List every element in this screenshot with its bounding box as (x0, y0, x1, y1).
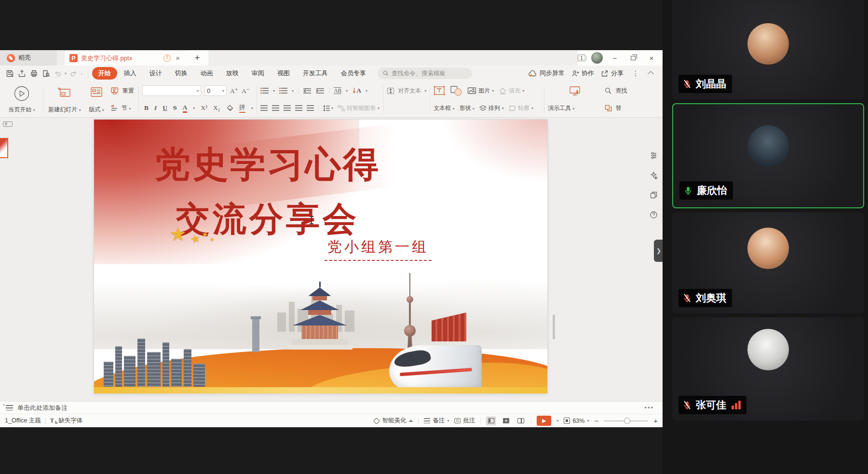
normal-view-button[interactable] (486, 417, 496, 425)
menu-tab-home[interactable]: 开始 (92, 67, 117, 80)
grow-font-button[interactable]: A⁺ (230, 87, 238, 95)
menu-tab-view[interactable]: 视图 (271, 67, 296, 80)
notes-more-icon[interactable]: ••• (644, 404, 657, 411)
close-window-button[interactable]: × (645, 54, 658, 62)
clear-format-icon[interactable] (226, 105, 233, 111)
participant-tile-speaking[interactable]: 廉欣怡 (672, 103, 864, 208)
numbered-list-icon[interactable] (279, 88, 287, 94)
menu-tab-insert[interactable]: 插入 (118, 67, 143, 80)
menu-tab-membership[interactable]: 会员专享 (335, 67, 372, 80)
align-center-icon[interactable] (272, 105, 279, 111)
collapse-ribbon-icon[interactable] (648, 71, 654, 77)
command-search-box[interactable]: 查找命令、搜索模板 (378, 68, 472, 79)
align-left-icon[interactable] (260, 105, 268, 111)
present-tools-button[interactable]: 演示工具 ▾ (548, 104, 574, 112)
save-icon[interactable] (4, 68, 15, 79)
slideshow-play-button[interactable]: ▶ (537, 416, 551, 426)
slide-panel-toggle[interactable] (3, 122, 13, 127)
line-spacing-button[interactable]: ▾ (323, 105, 333, 111)
fill-button[interactable]: 填充▾ (499, 87, 524, 95)
zoom-slider-knob[interactable] (624, 418, 630, 424)
shrink-font-button[interactable]: A⁻ (242, 87, 250, 95)
subscript-button[interactable]: X₂ (213, 104, 220, 112)
print-icon[interactable] (28, 68, 40, 79)
font-color-button[interactable]: A (183, 104, 188, 113)
strikethrough-button[interactable]: S (173, 104, 177, 112)
distribute-icon[interactable] (307, 105, 314, 111)
comments-button[interactable]: 批注 (454, 417, 475, 425)
italic-button[interactable]: I (154, 104, 157, 112)
tab-docer[interactable]: 稻壳 (0, 50, 57, 66)
zoom-in-button[interactable]: + (653, 417, 658, 425)
help-icon[interactable] (650, 211, 658, 219)
slide-canvas[interactable]: 党史学习心得 交流分享会 ★ ★ ★ ★ 党小组第一组 (94, 120, 547, 393)
slide-subtitle-textbox[interactable]: 党小组第一组 (325, 237, 432, 261)
share-button[interactable]: 分享 (601, 69, 624, 78)
reading-view-button[interactable] (516, 417, 526, 425)
minimize-button[interactable]: − (609, 54, 621, 62)
sync-status-button[interactable]: 同步异常 (529, 69, 565, 78)
picture-button[interactable]: 图片▾ (467, 87, 494, 95)
align-right-icon[interactable] (284, 105, 291, 111)
text-direction-button[interactable]: A (352, 87, 361, 95)
redo-icon[interactable] (68, 68, 79, 79)
tab-close-icon[interactable]: × (174, 54, 181, 62)
replace-button[interactable]: 替 (605, 102, 632, 114)
bold-button[interactable]: B (144, 104, 149, 112)
participant-tile[interactable]: 刘奥琪 (672, 212, 864, 313)
account-avatar[interactable] (591, 52, 603, 64)
superscript-button[interactable]: X² (201, 104, 207, 112)
menu-tab-devtools[interactable]: 开发工具 (297, 67, 334, 80)
zoom-out-button[interactable]: − (594, 417, 598, 425)
object-properties-icon[interactable] (650, 151, 658, 160)
collaborate-button[interactable]: 协作 (571, 69, 594, 78)
underline-button[interactable]: U (163, 104, 167, 112)
export-icon[interactable] (16, 68, 27, 79)
justify-icon[interactable] (295, 105, 302, 111)
new-tab-button[interactable]: + (186, 50, 208, 66)
theme-name[interactable]: 1_Office 主题 (5, 417, 41, 425)
customize-quickbar-icon[interactable]: ⌄ (80, 71, 83, 76)
restore-button[interactable] (631, 56, 636, 60)
slide-sorter-view-button[interactable] (501, 417, 511, 425)
missing-font-label[interactable]: 缺失字体 (58, 417, 82, 425)
outline-button[interactable]: 轮廓▾ (509, 104, 533, 112)
notes-bar[interactable]: 单击此处添加备注 ••• (0, 401, 663, 414)
print-preview-icon[interactable] (40, 68, 52, 79)
slide-title-textbox[interactable]: 党史学习心得 交流分享会 (108, 141, 427, 242)
find-button[interactable]: 查找 (605, 85, 632, 96)
slideshow-play-caret[interactable]: ▾ (556, 419, 558, 423)
play-from-current-button[interactable]: 当页开始 ▾ (3, 83, 41, 116)
beautify-wand-icon[interactable] (650, 171, 658, 179)
char-spacing-button[interactable]: AB (334, 87, 341, 94)
font-size-combo[interactable]: 0 ▾ (204, 85, 227, 96)
decrease-indent-icon[interactable] (303, 88, 312, 94)
pinyin-tool-button[interactable]: 拼 (239, 103, 246, 113)
participant-tile[interactable]: 刘晶晶 (672, 0, 864, 99)
increase-indent-icon[interactable] (316, 88, 325, 94)
sidebar-collapse-handle[interactable]: ❯ (654, 240, 664, 262)
menu-tab-slideshow[interactable]: 放映 (220, 67, 245, 80)
shapes-icon[interactable] (450, 85, 462, 96)
bullet-list-icon[interactable] (260, 88, 269, 94)
more-options-icon[interactable]: ⋮ (630, 69, 641, 77)
new-slide-button[interactable]: 新建幻灯片 ▾ (46, 83, 83, 116)
font-name-combo[interactable]: ▾ (142, 85, 201, 96)
shapes-button[interactable]: 形状 ▾ (460, 104, 475, 112)
undo-caret[interactable]: ▾ (65, 71, 67, 76)
menu-tab-review[interactable]: 审阅 (245, 67, 271, 80)
fit-zoom-control[interactable]: 63% ▾ (564, 418, 589, 424)
textbox-big-icon[interactable] (434, 85, 445, 96)
section-button[interactable]: 节 ▾ (110, 102, 134, 114)
present-tools-big-icon[interactable] (569, 85, 582, 96)
undo-icon[interactable] (52, 68, 64, 79)
notes-button[interactable]: 备注 ▾ (424, 417, 449, 425)
window-count-badge[interactable]: 1 (578, 54, 585, 61)
duplicate-pages-icon[interactable] (650, 191, 658, 199)
to-smartart-button[interactable]: 转智能图形▾ (338, 104, 380, 112)
menu-tab-design[interactable]: 设计 (143, 67, 168, 80)
align-text-button[interactable]: 对齐文本 ▾ (387, 85, 426, 96)
sync-warning-icon[interactable]: ! (163, 54, 171, 62)
arrange-button[interactable]: 排列▾ (479, 104, 504, 112)
participant-tile[interactable]: 张可佳 (672, 317, 864, 420)
